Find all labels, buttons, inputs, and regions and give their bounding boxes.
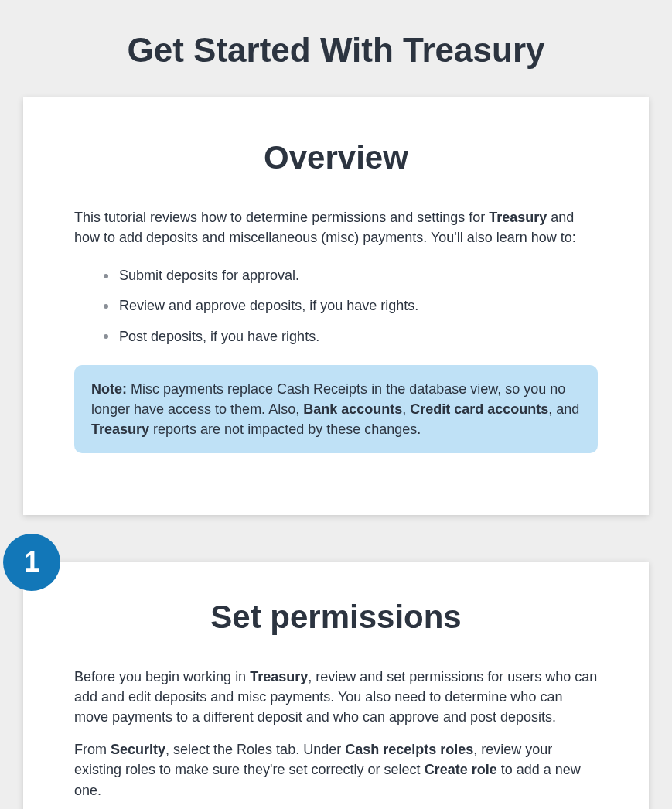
- note-bold: Bank accounts: [303, 401, 402, 417]
- note-label: Note:: [91, 381, 127, 397]
- page-title: Get Started With Treasury: [0, 0, 672, 97]
- list-item: Post deposits, if you have rights.: [104, 327, 598, 346]
- overview-note: Note: Misc payments replace Cash Receipt…: [74, 365, 598, 453]
- note-text: reports are not impacted by these change…: [149, 422, 421, 437]
- note-bold: Credit card accounts: [410, 401, 548, 417]
- step-1-para-1: Before you begin working in Treasury, re…: [74, 667, 598, 727]
- note-text: ,: [402, 401, 410, 417]
- note-text: , and: [548, 401, 579, 417]
- overview-card: Overview This tutorial reviews how to de…: [23, 97, 649, 515]
- overview-intro-bold: Treasury: [489, 210, 547, 225]
- overview-heading: Overview: [74, 139, 598, 176]
- step-1-para-2: From Security, select the Roles tab. Und…: [74, 739, 598, 800]
- step-1-card: 1 Set permissions Before you begin worki…: [23, 562, 649, 809]
- list-item: Review and approve deposits, if you have…: [104, 296, 598, 316]
- note-bold: Treasury: [91, 422, 149, 437]
- step-1-heading: Set permissions: [74, 599, 598, 636]
- para-text: , select the Roles tab. Under: [165, 742, 345, 757]
- overview-bullets: Submit deposits for approval. Review and…: [104, 266, 598, 346]
- para-text: From: [74, 742, 111, 757]
- para-bold: Create role: [425, 762, 497, 777]
- list-item: Submit deposits for approval.: [104, 266, 598, 285]
- overview-intro-text-pre: This tutorial reviews how to determine p…: [74, 210, 489, 225]
- para-text: Before you begin working in: [74, 669, 250, 684]
- para-bold: Treasury: [250, 669, 308, 684]
- step-badge: 1: [3, 534, 60, 591]
- para-bold: Cash receipts roles: [345, 742, 473, 757]
- overview-intro: This tutorial reviews how to determine p…: [74, 207, 598, 247]
- para-bold: Security: [111, 742, 165, 757]
